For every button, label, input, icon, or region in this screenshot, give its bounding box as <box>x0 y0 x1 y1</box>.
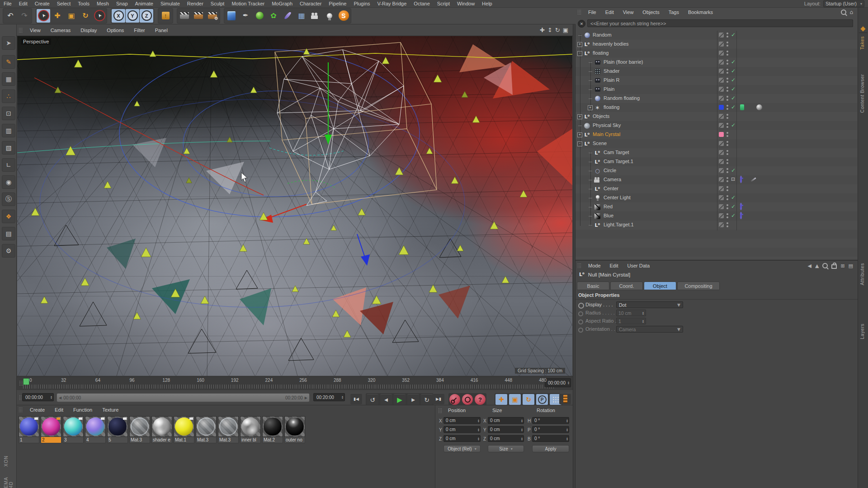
material-swatch[interactable]: 3 <box>63 416 84 443</box>
expander-icon[interactable]: + <box>577 132 582 137</box>
enabled-check-icon[interactable]: ✓ <box>731 194 736 201</box>
stepper-icon[interactable]: ▴▾ <box>478 419 480 422</box>
target-tag-icon[interactable] <box>740 203 742 210</box>
property-dropdown[interactable]: Dot▼ <box>616 301 683 308</box>
visibility-dots-icon[interactable] <box>726 69 728 74</box>
layer-toggle-icon[interactable] <box>719 177 724 182</box>
tree-row-heavenly-bodies[interactable]: +L⁰heavenly bodies <box>576 40 858 49</box>
stepper-icon[interactable]: ▴▾ <box>478 428 480 432</box>
stepper-icon[interactable]: ▴▾ <box>521 428 524 432</box>
layer-toggle-icon[interactable] <box>719 213 724 218</box>
visibility-dots-icon[interactable] <box>726 60 728 65</box>
go-start-button[interactable]: ▮◀ <box>350 393 362 404</box>
dolly-icon[interactable]: ↕ <box>547 27 552 33</box>
menu-tools[interactable]: Tools <box>74 1 93 6</box>
panel-grip-icon[interactable] <box>577 9 582 15</box>
play-button[interactable]: ▶ <box>394 394 406 405</box>
layer-color-chip[interactable] <box>719 132 724 137</box>
enabled-check-icon[interactable]: ✓ <box>731 77 736 83</box>
make-editable-button[interactable]: ✎ <box>2 55 15 69</box>
coord-field[interactable]: 0 cm▴▾ <box>488 417 524 424</box>
tree-row-physical-sky[interactable]: Physical Sky✓ <box>576 121 858 130</box>
menu-animate[interactable]: Animate <box>132 1 157 6</box>
coordinate-system-button[interactable]: ↑ <box>159 9 172 23</box>
layer-toggle-icon[interactable] <box>719 69 724 74</box>
viewport-menu-view[interactable]: View <box>25 28 46 33</box>
key-position-button[interactable]: ✚ <box>495 394 507 405</box>
layer-toggle-icon[interactable] <box>719 186 724 191</box>
hair-button[interactable] <box>281 9 294 23</box>
menu-file[interactable]: File <box>0 1 15 6</box>
scale-button[interactable]: ▣ <box>65 9 78 23</box>
visibility-dots-icon[interactable] <box>726 123 728 128</box>
om-menu-tags[interactable]: Tags <box>664 9 684 15</box>
render-picture-viewer-button[interactable] <box>192 9 205 23</box>
visibility-dots-icon[interactable] <box>726 132 728 137</box>
light-button[interactable] <box>323 9 336 23</box>
layer-toggle-icon[interactable] <box>719 60 724 65</box>
next-frame-button[interactable]: ▶ <box>407 394 419 405</box>
view-label[interactable]: Perspective <box>21 38 51 45</box>
stepper-icon[interactable]: ▴▾ <box>51 395 52 399</box>
tab-compositing[interactable]: Compositing <box>677 282 720 290</box>
tree-row-random[interactable]: Random✓ <box>576 31 858 40</box>
record-objects-button[interactable] <box>449 394 460 405</box>
stepper-icon[interactable]: ▴▾ <box>478 437 480 441</box>
tree-row-center-light[interactable]: Center Light✓ <box>576 193 858 202</box>
side-tab-attributes[interactable]: Attributes <box>859 263 865 285</box>
layer-toggle-icon[interactable] <box>719 168 724 173</box>
menu-snap[interactable]: Snap <box>113 1 132 6</box>
points-mode-button[interactable]: ⊡ <box>2 107 15 120</box>
expander-icon[interactable]: + <box>577 42 582 47</box>
material-swatch[interactable]: shader e <box>151 416 172 443</box>
tree-row-main-cyrstal[interactable]: +L⁰Main Cyrstal <box>576 130 858 139</box>
animation-toggle-icon[interactable] <box>578 303 584 309</box>
playhead-marker[interactable] <box>23 378 29 385</box>
panel-grip-icon[interactable] <box>577 263 582 268</box>
layer-toggle-icon[interactable] <box>719 114 724 119</box>
am-menu-mode[interactable]: Mode <box>584 263 605 268</box>
visibility-dots-icon[interactable] <box>726 150 728 155</box>
current-time-spinner[interactable]: 00:00:00 ▴▾ <box>22 393 54 401</box>
key-scale-button[interactable]: ▣ <box>509 394 521 405</box>
menu-script[interactable]: Script <box>434 1 453 6</box>
expander-icon[interactable]: - <box>577 141 582 146</box>
material-menu-texture[interactable]: Texture <box>97 407 123 413</box>
menu-pipeline[interactable]: Pipeline <box>325 1 350 6</box>
coord-field[interactable]: 0 cm▴▾ <box>443 426 481 433</box>
visibility-dots-icon[interactable] <box>726 222 728 228</box>
primitive-cube-button[interactable] <box>225 9 238 23</box>
panel-grip-icon[interactable] <box>438 408 443 413</box>
live-selection-button[interactable]: ➤ <box>37 9 50 23</box>
object-rel-dropdown[interactable]: Object (Rel)▾ <box>443 445 481 452</box>
camera-button[interactable] <box>309 9 322 23</box>
tree-row-floating[interactable]: +✶floating✓ <box>576 103 858 112</box>
side-tab-content-browser[interactable]: Content Browser <box>859 74 865 113</box>
stepper-icon[interactable]: ▴▾ <box>342 395 343 399</box>
om-menu-edit[interactable]: Edit <box>601 9 618 15</box>
axis-mode-button[interactable]: ◉ <box>2 175 15 189</box>
visibility-dots-icon[interactable] <box>726 105 728 110</box>
tree-row-plain-r[interactable]: Plain R✓ <box>576 76 858 85</box>
panel-grip-icon[interactable] <box>19 407 23 413</box>
layer-toggle-icon[interactable] <box>719 222 724 227</box>
selection-button[interactable]: ➤ <box>93 9 106 23</box>
search-input[interactable] <box>587 19 853 27</box>
visibility-dots-icon[interactable] <box>726 78 728 83</box>
pan-icon[interactable]: ✚ <box>540 27 545 33</box>
menu-sculpt[interactable]: Sculpt <box>207 1 228 6</box>
om-menu-bookmarks[interactable]: Bookmarks <box>684 9 717 15</box>
undo-button[interactable]: ↶ <box>4 9 17 23</box>
lock-z-button[interactable]: Z <box>140 9 153 23</box>
close-search-icon[interactable]: ✕ <box>578 20 585 28</box>
material-swatch[interactable]: Mat.3 <box>196 416 217 443</box>
menu-edit[interactable]: Edit <box>15 1 31 6</box>
home-icon[interactable]: ⌂ <box>849 9 853 15</box>
expander-icon[interactable]: + <box>588 105 593 110</box>
visibility-dots-icon[interactable] <box>726 51 728 56</box>
spline-pen-button[interactable]: ✒ <box>239 9 252 23</box>
visibility-dots-icon[interactable] <box>726 177 728 183</box>
stepper-icon[interactable]: ▴▾ <box>566 419 569 422</box>
viewport-canvas[interactable]: Perspective Grid Spacing : 100 cm <box>17 36 572 376</box>
material-swatch[interactable]: 1 <box>19 416 39 443</box>
